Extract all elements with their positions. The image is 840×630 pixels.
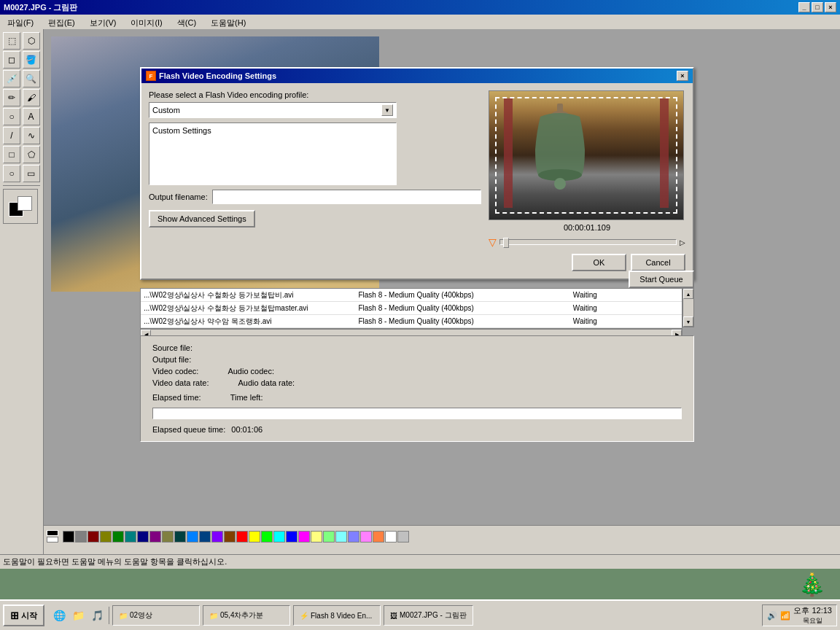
output-filename-input[interactable]	[212, 190, 481, 204]
slider-area: ▽ ▷	[489, 236, 685, 248]
taskbar-icon-paint: 🖼	[390, 612, 397, 620]
queue-table: ...\W02영상\실상사 수철화상 등가보철탑비.avi Flash 8 - …	[140, 288, 682, 329]
time-value: 00:00:01.109	[564, 223, 610, 232]
elapsed-label: Elapsed time:	[152, 393, 201, 402]
taskbar-btn-02[interactable]: 📁 02영상	[112, 605, 200, 626]
taskbar-btn-flash[interactable]: ⚡ Flash 8 Video En...	[293, 605, 381, 626]
dialog-main-row: Please select a Flash Video encoding pro…	[149, 90, 685, 248]
profile-value: Custom	[152, 106, 180, 114]
video-codec-label: Video codec:	[152, 367, 198, 376]
settings-text: Custom Settings	[152, 126, 211, 135]
taskbar-icon-05: 📁	[209, 612, 218, 620]
audio-rate-label: Audio data rate:	[238, 378, 295, 387]
tray-icon-2: 📶	[780, 611, 790, 621]
dialog-close-button[interactable]: ×	[677, 71, 688, 81]
start-label: 시작	[21, 610, 37, 621]
dialog-overlay: F Flash Video Encoding Settings × Please…	[0, 0, 840, 569]
slider-end-marker: ▷	[680, 238, 685, 246]
queue-scrollbar: ▲ ▼	[682, 288, 694, 327]
scroll-down-arrow[interactable]: ▼	[683, 316, 693, 327]
tray-day: 목요일	[803, 616, 822, 626]
encoding-dialog: F Flash Video Encoding Settings × Please…	[140, 67, 694, 280]
queue-file-1: ...\W02영상\실상사 수철화상 등가보철탑비.avi	[142, 290, 358, 300]
time-left-label: Time left:	[230, 393, 263, 402]
output-label: Output filename:	[149, 192, 208, 201]
dialog-left-section: Please select a Flash Video encoding pro…	[149, 90, 481, 248]
queue-row[interactable]: ...\W02영상\실상사 약수암 목조랭화.avi Flash 8 - Med…	[141, 315, 682, 328]
queue-file-2: ...\W02영상\실상사 수철화상 등가보철탑master.avi	[142, 303, 358, 314]
scroll-up-arrow[interactable]: ▲	[683, 289, 693, 299]
preview-image	[489, 90, 684, 220]
advanced-settings-button[interactable]: Show Advanced Settings	[149, 210, 255, 228]
time-row: Elapsed time: Time left:	[152, 393, 682, 402]
dialog-title-text: Flash Video Encoding Settings	[159, 71, 276, 80]
ql-media[interactable]: 🎵	[88, 607, 106, 624]
bottom-info-section: Source file: Output file: Video codec: A…	[140, 335, 694, 442]
audio-codec-label: Audio codec:	[228, 367, 274, 376]
start-button[interactable]: ⊞ 시작	[3, 604, 44, 626]
dropdown-arrow[interactable]: ▼	[381, 104, 393, 116]
clock: 오후 12:13 목요일	[793, 605, 832, 626]
source-file-label: Source file:	[152, 343, 192, 352]
elapsed-queue-label: Elapsed queue time:	[152, 425, 225, 434]
christmas-tree: 🎄	[798, 572, 825, 597]
progress-bar-container	[152, 408, 682, 419]
taskbar-btn-05[interactable]: 📁 05,4차추가분	[203, 605, 290, 626]
preview-border	[495, 97, 677, 214]
queue-file-3: ...\W02영상\실상사 약수암 목조랭화.avi	[142, 316, 358, 327]
queue-profile-2: Flash 8 - Medium Quality (400kbps)	[358, 304, 572, 312]
queue-profile-3: Flash 8 - Medium Quality (400kbps)	[358, 317, 572, 325]
time-display: 00:00:01.109	[489, 223, 685, 232]
queue-status-2: Waiting	[573, 304, 680, 312]
ql-ie[interactable]: 🌐	[50, 607, 68, 624]
dialog-title-content: F Flash Video Encoding Settings	[146, 71, 276, 81]
ql-folder[interactable]: 📁	[69, 607, 87, 624]
taskbar: ⊞ 시작 🌐 📁 🎵 📁 02영상 📁 05,4차추가분 ⚡ Flash 8 V…	[0, 599, 840, 630]
output-row: Output filename:	[149, 190, 481, 204]
taskbar-label-paint: M0027.JPG - 그림판	[400, 610, 467, 621]
queue-status-3: Waiting	[573, 317, 680, 325]
queue-container: ...\W02영상\실상사 수철화상 등가보철탑비.avi Flash 8 - …	[140, 288, 694, 329]
dialog-title-bar: F Flash Video Encoding Settings ×	[141, 69, 693, 83]
cancel-button[interactable]: Cancel	[631, 254, 685, 271]
taskbar-icon-02: 📁	[119, 612, 128, 620]
output-file-label: Output file:	[152, 355, 191, 364]
taskbar-label-05: 05,4차추가분	[220, 610, 263, 621]
profile-label: Please select a Flash Video encoding pro…	[149, 90, 481, 99]
source-row: Source file:	[152, 343, 682, 352]
taskbar-label-flash: Flash 8 Video En...	[311, 612, 372, 620]
queue-row[interactable]: ...\W02영상\실상사 수철화상 등가보철탑비.avi Flash 8 - …	[141, 289, 682, 302]
slider-thumb[interactable]	[503, 238, 509, 248]
windows-icon: ⊞	[10, 610, 19, 621]
ok-button[interactable]: OK	[572, 254, 626, 271]
scroll-track	[683, 299, 693, 316]
output-file-row: Output file:	[152, 355, 682, 364]
elapsed-queue-row: Elapsed queue time: 00:01:06	[152, 425, 682, 434]
profile-dropdown[interactable]: Custom ▼	[149, 102, 397, 118]
slider-start-marker: ▽	[489, 236, 497, 248]
start-queue-button[interactable]: Start Queue	[629, 271, 694, 288]
dialog-buttons: OK Cancel	[149, 254, 685, 271]
dialog-body: Please select a Flash Video encoding pro…	[141, 83, 693, 279]
system-tray: 🔊 📶 오후 12:13 목요일	[762, 604, 837, 626]
taskbar-icon-flash: ⚡	[300, 612, 308, 620]
queue-section: ...\W02영상\실상사 수철화상 등가보철탑비.avi Flash 8 - …	[140, 288, 694, 341]
dialog-icon: F	[146, 71, 156, 81]
dialog-right-section: 00:00:01.109 ▽ ▷	[489, 90, 685, 248]
data-rate-row: Video data rate: Audio data rate:	[152, 378, 682, 387]
codec-row: Video codec: Audio codec:	[152, 367, 682, 376]
quick-launch-bar: 🌐 📁 🎵	[47, 607, 109, 624]
elapsed-queue-value: 00:01:06	[231, 425, 262, 434]
queue-row[interactable]: ...\W02영상\실상사 수철화상 등가보철탑master.avi Flash…	[141, 302, 682, 315]
tray-icon-1: 🔊	[767, 611, 777, 621]
slider-track[interactable]	[499, 239, 677, 245]
taskbar-label-02: 02영상	[130, 610, 152, 621]
queue-status-1: Waiting	[573, 291, 680, 299]
tray-time: 오후 12:13	[793, 605, 832, 616]
settings-box: Custom Settings	[149, 122, 397, 185]
video-rate-label: Video data rate:	[152, 378, 209, 387]
taskbar-btn-paint[interactable]: 🖼 M0027.JPG - 그림판	[384, 605, 473, 626]
queue-profile-1: Flash 8 - Medium Quality (400kbps)	[358, 291, 572, 299]
